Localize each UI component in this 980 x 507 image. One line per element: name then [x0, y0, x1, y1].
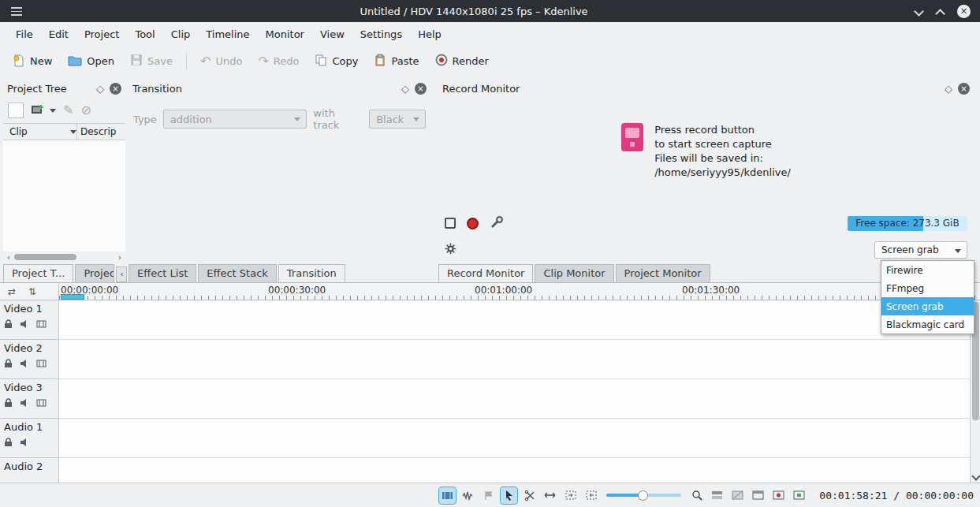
select-tool-button[interactable]: [501, 487, 517, 504]
track-lane-audio2[interactable]: [59, 458, 970, 483]
minimize-icon[interactable]: [915, 7, 923, 16]
zone-start-button[interactable]: [562, 487, 579, 504]
configure-capture-icon[interactable]: [490, 215, 504, 232]
zoom-slider[interactable]: [606, 487, 681, 504]
tab-effect-list[interactable]: Effect List: [129, 264, 196, 282]
statusbar: 00:01:58:21 / 00:00:00:00: [0, 483, 980, 507]
close-icon[interactable]: ×: [957, 5, 971, 18]
timeline-lanes[interactable]: [59, 300, 970, 483]
track-thumbnails-icon[interactable]: [36, 398, 47, 410]
fit-vertical-icon[interactable]: ⇅: [28, 286, 36, 297]
track-lock-icon[interactable]: [4, 319, 13, 331]
menu-settings[interactable]: Settings: [352, 24, 410, 44]
float-panel-icon[interactable]: ◇: [401, 83, 409, 95]
split-audio-button[interactable]: [709, 487, 725, 504]
menu-help[interactable]: Help: [410, 24, 449, 44]
track-lane-video2[interactable]: [59, 340, 970, 379]
track-mute-icon[interactable]: [20, 359, 29, 371]
track-lane-audio1[interactable]: [59, 419, 970, 458]
capture-option-screen-grab[interactable]: Screen grab: [881, 297, 974, 315]
track-lock-icon[interactable]: [4, 359, 13, 371]
record-button[interactable]: [467, 218, 479, 229]
scroll-right-icon[interactable]: ›: [114, 252, 125, 263]
menu-timeline[interactable]: Timeline: [198, 24, 257, 44]
record-status-icon[interactable]: [770, 487, 787, 504]
delete-clip-icon[interactable]: ⊘: [80, 104, 91, 117]
float-panel-icon[interactable]: ◇: [96, 83, 104, 95]
capture-option-firewire[interactable]: Firewire: [881, 261, 974, 279]
edit-clip-icon[interactable]: ✎: [63, 104, 73, 117]
column-clip[interactable]: Clip: [9, 126, 28, 137]
app-menu-icon[interactable]: [11, 7, 22, 16]
close-panel-icon[interactable]: ×: [110, 83, 121, 95]
razor-tool-button[interactable]: [521, 487, 538, 504]
track-thumbnails-icon[interactable]: [36, 359, 47, 371]
timeline-ruler[interactable]: 00:00:00:00 00:00:30:00 00:01:00:00 00:0…: [59, 283, 980, 300]
timeline-zone-marker[interactable]: [61, 294, 84, 300]
paste-button[interactable]: Paste: [367, 50, 426, 73]
tab-project-monitor[interactable]: Project Monitor: [616, 264, 710, 282]
close-panel-icon[interactable]: ×: [958, 83, 970, 95]
show-markers-button[interactable]: [480, 487, 497, 504]
hscroll-thumb[interactable]: [14, 254, 76, 260]
transition-type-select[interactable]: addition: [163, 110, 307, 129]
tab-transition[interactable]: Transition: [278, 264, 345, 282]
copy-button[interactable]: Copy: [307, 50, 365, 73]
tab-record-monitor[interactable]: Record Monitor: [438, 264, 533, 282]
gear-icon[interactable]: [445, 243, 456, 257]
add-clip-icon[interactable]: [31, 103, 45, 118]
column-description[interactable]: Descrip: [77, 126, 125, 137]
audio-status-icon[interactable]: [791, 487, 807, 504]
float-panel-icon[interactable]: ◇: [945, 83, 952, 95]
tab-project-tree[interactable]: Project T...: [3, 264, 73, 282]
track-lane-video1[interactable]: [59, 300, 970, 340]
automatic-transition-button[interactable]: [729, 487, 746, 504]
project-tree-list[interactable]: [3, 140, 125, 252]
menu-monitor[interactable]: Monitor: [258, 24, 312, 44]
menu-tool[interactable]: Tool: [127, 24, 162, 44]
spacer-tool-button[interactable]: [542, 487, 558, 504]
track-thumbnails-icon[interactable]: [36, 319, 47, 331]
show-audio-thumbnails-button[interactable]: [460, 487, 476, 504]
project-tree-hscrollbar[interactable]: ‹ ›: [3, 252, 125, 263]
tab-clip-monitor[interactable]: Clip Monitor: [535, 264, 613, 282]
close-panel-icon[interactable]: ×: [415, 83, 427, 95]
tab-project-2[interactable]: Projec: [75, 264, 114, 282]
capture-option-blackmagic[interactable]: Blackmagic card: [881, 315, 974, 334]
transition-track-select[interactable]: Black: [369, 110, 426, 129]
track-lock-icon[interactable]: [4, 438, 13, 449]
menu-clip[interactable]: Clip: [163, 24, 199, 44]
scroll-down-icon[interactable]: [972, 473, 979, 480]
open-button[interactable]: Open: [61, 50, 121, 73]
maximize-icon[interactable]: [936, 7, 945, 16]
stop-button[interactable]: [445, 218, 456, 229]
new-button[interactable]: New: [5, 50, 59, 73]
undo-button[interactable]: ↶ Undo: [193, 51, 249, 72]
scroll-left-icon[interactable]: ‹: [3, 252, 14, 263]
column-sort-icon[interactable]: [70, 130, 76, 134]
show-title-bars-button[interactable]: [750, 487, 766, 504]
menu-project[interactable]: Project: [76, 24, 127, 44]
menu-file[interactable]: File: [8, 24, 41, 44]
track-lock-icon[interactable]: [4, 398, 13, 410]
render-button[interactable]: Render: [428, 50, 496, 73]
capture-source-dropdown: Firewire FFmpeg Screen grab Blackmagic c…: [881, 260, 974, 334]
capture-source-select[interactable]: Screen grab: [874, 241, 967, 259]
tab-effect-stack[interactable]: Effect Stack: [198, 264, 277, 282]
fit-horizontal-icon[interactable]: ⇄: [8, 286, 16, 297]
menu-view[interactable]: View: [312, 24, 352, 44]
tab-scroll-left-icon[interactable]: ‹: [116, 267, 127, 282]
fit-zoom-button[interactable]: [688, 487, 705, 504]
show-video-thumbnails-button[interactable]: [439, 487, 456, 504]
track-mute-icon[interactable]: [20, 319, 29, 331]
track-mute-icon[interactable]: [20, 438, 29, 449]
capture-option-ffmpeg[interactable]: FFmpeg: [881, 279, 974, 297]
save-button[interactable]: Save: [123, 50, 180, 73]
zone-end-button[interactable]: [583, 487, 599, 504]
menu-edit[interactable]: Edit: [41, 24, 76, 44]
track-lane-video3[interactable]: [59, 379, 970, 419]
track-mute-icon[interactable]: [20, 398, 29, 410]
redo-button[interactable]: ↷ Redo: [251, 51, 306, 72]
zoom-slider-handle[interactable]: [638, 490, 648, 501]
add-clip-dropdown-icon[interactable]: [50, 109, 56, 113]
